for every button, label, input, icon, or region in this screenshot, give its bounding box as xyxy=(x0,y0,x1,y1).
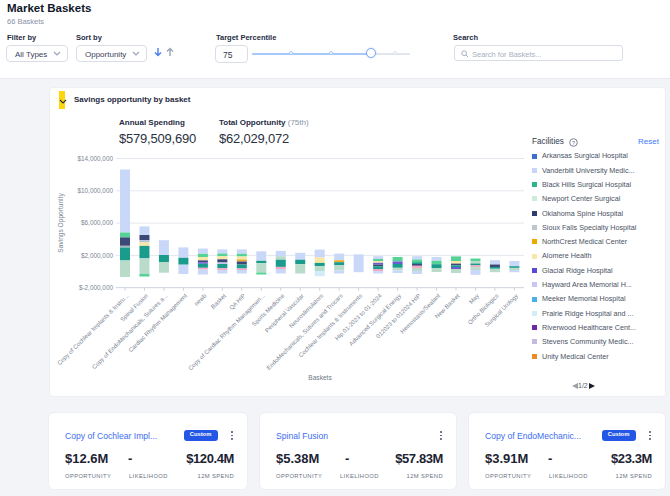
svg-text:QA HIP: QA HIP xyxy=(228,293,246,311)
svg-text:May: May xyxy=(468,293,480,305)
svg-text:?: ? xyxy=(572,140,575,146)
svg-text:$-2,000,000: $-2,000,000 xyxy=(79,284,114,291)
svg-text:Neurostimulators: Neurostimulators xyxy=(288,293,324,329)
svg-text:Baskets: Baskets xyxy=(308,374,332,381)
svg-text:$14,000,000: $14,000,000 xyxy=(77,155,113,162)
svg-text:Copy of Cochlear Implants & In: Copy of Cochlear Implants & Instru... xyxy=(56,292,130,366)
svg-text:$6,000,000: $6,000,000 xyxy=(81,219,113,226)
svg-text:$2,000,000: $2,000,000 xyxy=(81,252,113,259)
svg-text:newb: newb xyxy=(193,292,208,307)
svg-text:$10,000,000: $10,000,000 xyxy=(77,187,113,194)
svg-text:Savings Opportunity: Savings Opportunity xyxy=(57,193,65,253)
svg-text:Basket: Basket xyxy=(210,292,227,309)
svg-text:Copy of EndoMechanicals, Sutur: Copy of EndoMechanicals, Sutures a... xyxy=(91,292,169,370)
